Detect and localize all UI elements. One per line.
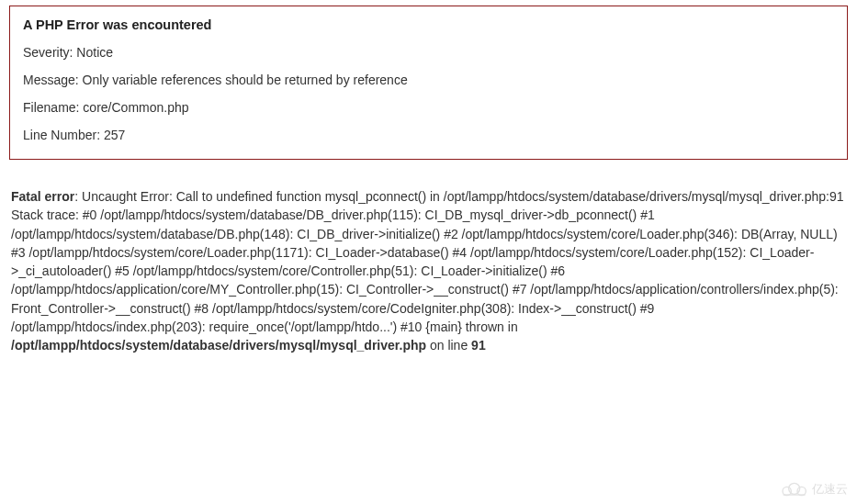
message-line: Message: Only variable references should…: [23, 73, 834, 87]
filename-value: core/Common.php: [83, 100, 188, 115]
severity-label: Severity:: [23, 45, 76, 60]
fatal-on-line-text: on line: [426, 338, 471, 353]
watermark: 亿速云: [778, 480, 848, 498]
line-number-line: Line Number: 257: [23, 128, 834, 142]
line-number-label: Line Number:: [23, 128, 104, 142]
error-title: A PHP Error was encountered: [23, 17, 834, 32]
fatal-thrown-line: 91: [471, 338, 486, 353]
severity-line: Severity: Notice: [23, 45, 834, 60]
message-value: Only variable references should be retur…: [83, 73, 408, 87]
php-error-box: A PHP Error was encountered Severity: No…: [9, 6, 848, 160]
fatal-error-body: : Uncaught Error: Call to undefined func…: [11, 189, 844, 334]
watermark-text: 亿速云: [812, 481, 848, 498]
fatal-thrown-file: /opt/lampp/htdocs/system/database/driver…: [11, 338, 426, 353]
severity-value: Notice: [76, 45, 113, 60]
cloud-icon: [778, 480, 809, 498]
fatal-error-block: Fatal error: Uncaught Error: Call to und…: [11, 187, 846, 355]
line-number-value: 257: [104, 128, 125, 142]
message-label: Message:: [23, 73, 83, 87]
filename-label: Filename:: [23, 100, 83, 115]
fatal-error-label: Fatal error: [11, 189, 74, 204]
filename-line: Filename: core/Common.php: [23, 100, 834, 115]
